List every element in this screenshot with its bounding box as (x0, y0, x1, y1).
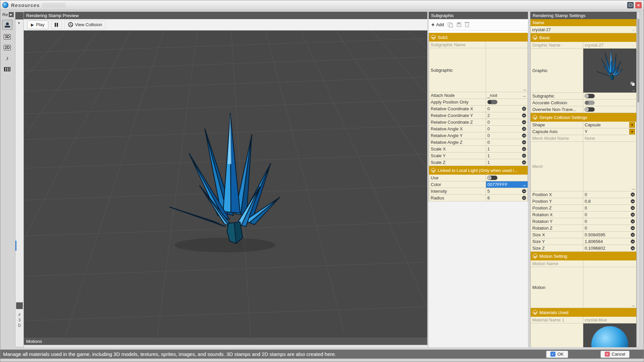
motion-setting-section-header[interactable]: Motion Setting (530, 252, 637, 260)
dock-window-button[interactable] (627, 2, 634, 8)
chevron-down-icon (431, 35, 436, 40)
accurate-collision-toggle[interactable] (585, 101, 595, 105)
stamp-item-vertical-label: # 3 D (15, 312, 23, 328)
dial-icon[interactable] (631, 213, 635, 217)
dial-icon[interactable] (522, 133, 526, 138)
play-button[interactable]: ▶ Play (27, 20, 48, 29)
dial-icon[interactable] (522, 140, 526, 144)
dial-icon[interactable] (522, 147, 526, 151)
dropdown-icon[interactable]: ▼ (629, 122, 635, 128)
rotation-z-value[interactable]: 0 (583, 225, 636, 231)
dial-icon[interactable] (631, 226, 635, 230)
view-collision-button[interactable]: View Collision (64, 20, 106, 29)
rotation-y-value[interactable]: 0 (583, 218, 636, 225)
dial-icon[interactable] (631, 206, 635, 210)
overwrite-non-traversable-toggle[interactable] (585, 107, 595, 112)
dial-icon[interactable] (522, 113, 526, 118)
close-button[interactable]: × (635, 2, 642, 8)
relative-angle-y-value[interactable]: 0 (486, 132, 528, 139)
attach-node-value[interactable]: _root → (486, 92, 528, 99)
position-y-value[interactable]: 0.8 (583, 198, 636, 204)
collapse-arrow-icon[interactable]: ▼ (17, 21, 20, 25)
size-y-value[interactable]: 1.806564 (583, 238, 636, 245)
expand-tree-button[interactable]: ▶ (9, 12, 14, 17)
dial-icon[interactable] (631, 246, 635, 250)
3d-category-button[interactable]: 3D (2, 32, 12, 42)
arrow-icon[interactable]: → (522, 182, 526, 187)
dial-icon[interactable] (631, 219, 635, 224)
arrow-icon[interactable]: → (522, 93, 526, 98)
resources-tree-collapsed-tab[interactable]: Re ▶ (2, 12, 14, 17)
audio-category-button[interactable]: ♪ (2, 53, 12, 63)
apply-position-only-toggle[interactable] (487, 100, 497, 104)
graphic-thumbnail[interactable]: → (583, 49, 636, 93)
dial-icon[interactable] (522, 196, 526, 200)
position-z-value[interactable]: 0 (583, 205, 636, 211)
simple-collision-section-header[interactable]: Simple Collision Settings (530, 113, 637, 122)
capsule-axis-select[interactable]: Y ▼ (583, 128, 636, 135)
arrow-icon[interactable]: → (631, 303, 635, 307)
copy-icon[interactable] (448, 22, 453, 27)
scale-x-value[interactable]: 1 (486, 146, 528, 152)
basic-section-header[interactable]: Basic (530, 33, 637, 42)
sub1-group-header[interactable]: Sub1 (429, 33, 528, 42)
subgraphic-picker[interactable]: → (486, 48, 528, 92)
shape-select[interactable]: Capsule ▼ (583, 122, 636, 128)
radius-value[interactable]: 6 (486, 195, 528, 201)
arrow-icon[interactable]: → (631, 87, 635, 92)
subgraphic-name-value[interactable] (486, 42, 528, 48)
arrow-icon[interactable]: → (631, 186, 635, 191)
color-value[interactable]: 0077FFFF → (486, 181, 528, 188)
motion-picker[interactable]: → (583, 267, 636, 308)
dial-icon[interactable] (631, 233, 635, 237)
relative-angle-x-value[interactable]: 0 (486, 126, 528, 132)
scale-y-value[interactable]: 1 (486, 153, 528, 159)
materials-used-section-header[interactable]: Materials Used (530, 308, 637, 317)
rotation-x-value[interactable]: 0 (583, 212, 636, 218)
dial-icon[interactable] (522, 154, 526, 158)
dial-icon[interactable] (631, 239, 635, 244)
position-x-value[interactable]: 0 (583, 191, 636, 198)
stamp-copy-icon[interactable] (630, 81, 635, 86)
stamp-category-button[interactable] (2, 20, 12, 30)
dial-icon[interactable] (522, 127, 526, 131)
dial-icon[interactable] (522, 160, 526, 165)
dial-icon[interactable] (522, 107, 526, 111)
pause-button[interactable] (51, 20, 62, 29)
dial-icon[interactable] (522, 189, 526, 193)
mesh-picker[interactable]: → (583, 142, 636, 191)
scale-z-value[interactable]: 1 (486, 159, 528, 166)
dropdown-icon[interactable]: ▼ (629, 129, 635, 134)
size-x-value[interactable]: 0.5084595 (583, 232, 636, 238)
stamp-list-strip[interactable]: ▼ # 3 D (15, 12, 24, 347)
intensity-value[interactable]: 5 (486, 188, 528, 194)
arrow-icon[interactable]: → (631, 28, 635, 32)
settings-panel-header: Rendering Stamp Settings (530, 12, 637, 19)
cancel-button[interactable]: × Cancel (600, 351, 630, 358)
use-toggle[interactable] (487, 176, 497, 180)
relative-coordinate-y-value[interactable]: 2 (486, 112, 528, 119)
relative-coordinate-x-value[interactable]: 0 (486, 106, 528, 112)
trash-icon[interactable] (465, 23, 469, 27)
dial-icon[interactable] (631, 199, 635, 203)
subgraphic-toggle[interactable] (585, 94, 595, 98)
material-1-thumbnail[interactable] (583, 323, 636, 347)
arrow-icon[interactable]: → (522, 87, 527, 92)
size-z-value[interactable]: 0.1096802 (583, 245, 636, 251)
dial-icon[interactable] (522, 120, 526, 124)
2d-category-button[interactable]: 2D (2, 43, 12, 53)
3d-viewport[interactable] (24, 31, 427, 338)
hash-column-box (16, 302, 23, 309)
linked-local-light-section-header[interactable]: Linked to Local Light (Only when used i.… (429, 166, 528, 175)
settings-scrollbar[interactable] (637, 12, 640, 347)
name-value[interactable]: crystal-27 → (531, 26, 636, 33)
scrollbar-thumb[interactable] (637, 19, 639, 103)
ok-button[interactable]: ✓ OK (546, 351, 568, 358)
paste-icon[interactable] (457, 22, 461, 27)
add-subgraphic-button[interactable]: + Add (431, 22, 444, 27)
field-capsule-axis: Capsule Axis Y ▼ (530, 128, 637, 135)
dial-icon[interactable] (631, 192, 635, 197)
relative-coordinate-z-value[interactable]: 0 (486, 119, 528, 125)
movie-category-button[interactable] (2, 64, 12, 74)
relative-angle-z-value[interactable]: 0 (486, 139, 528, 145)
